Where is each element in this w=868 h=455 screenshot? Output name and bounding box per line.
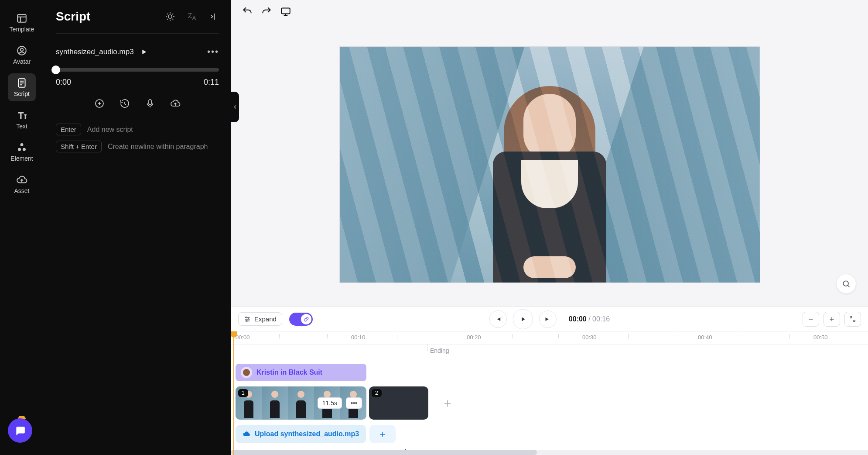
rail-item-text[interactable]: Text [8,106,36,134]
play-button[interactable] [513,309,533,329]
timeline-ruler[interactable]: 00:00 00:10 00:20 00:30 00:40 00:50 [231,331,868,345]
next-frame-button[interactable] [539,310,557,328]
audio-block: synthesized_audio.mp3 ••• 0:00 0:11 Ente… [56,47,219,152]
rail-label: Template [10,26,34,33]
timeline-controls: Expand 00:00 / 00:16 [231,307,868,331]
ai-icon[interactable] [165,11,175,22]
toggle-knob [301,314,311,324]
timeline-scrollbar[interactable] [231,450,868,455]
rail-item-template[interactable]: Template [8,9,36,37]
link-icon [303,316,309,322]
audio-time-total: 0:11 [204,78,219,87]
rail-label: Asset [14,187,29,194]
rail-label: Avatar [13,58,31,65]
scene-index-badge: 2 [372,389,382,397]
plus-icon [828,316,835,323]
scene-menu-button[interactable]: ••• [346,397,362,409]
ruler-minor [443,334,443,338]
history-icon[interactable] [120,98,130,109]
plus-circle-icon[interactable] [94,98,105,109]
collapse-right-icon[interactable] [208,11,219,22]
translate-icon[interactable] [187,11,197,22]
rail-label: Text [16,123,27,130]
timeline-body: 00:00 00:10 00:20 00:30 00:40 00:50 [231,331,868,455]
ruler-tick: 00:20 [467,334,481,341]
panel-header: Script [56,10,219,34]
add-scene-button[interactable]: ＋ [431,386,464,420]
rail-item-script[interactable]: Script [8,73,36,101]
collapse-arrows-icon [849,316,856,323]
kbd: Enter [56,124,81,135]
svg-point-14 [246,320,247,321]
left-rail: Template Avatar Script Text Element Asse… [0,0,44,455]
svg-rect-9 [149,100,151,105]
expand-label: Expand [254,315,277,323]
ruler-minor [674,334,674,338]
cloud-upload-icon[interactable] [170,98,181,109]
element-icon [16,142,27,153]
skip-prev-icon [495,316,502,323]
topbar [231,0,868,23]
prev-frame-button[interactable] [489,310,507,328]
svg-rect-10 [281,8,290,14]
rail-label: Element [10,155,33,162]
ruler-minor [558,334,559,338]
time-display: 00:00 / 00:16 [569,315,610,323]
audio-track-clip[interactable]: Upload synthesized_audio.mp3 [236,425,366,443]
add-audio-button[interactable]: ＋ [369,425,396,443]
zoom-fit-button[interactable] [837,274,856,293]
ruler-minor [279,334,280,338]
tracks: Ending Kristin in Black Suit 1 11.5s •••… [231,345,868,351]
svg-point-11 [843,281,848,286]
main-area: Expand 00:00 / 00:16 [231,0,868,455]
ending-label: Ending [430,347,449,354]
audio-filename: synthesized_audio.mp3 [56,48,134,56]
svg-point-12 [246,317,247,318]
svg-point-5 [18,148,21,151]
more-icon[interactable]: ••• [207,47,219,57]
canvas [231,23,868,307]
rail-item-avatar[interactable]: Avatar [8,41,36,69]
fit-timeline-button[interactable] [844,312,861,327]
play-icon[interactable] [140,48,148,56]
redo-icon[interactable] [261,6,272,17]
scene-clip-1[interactable]: 1 11.5s ••• [236,386,366,420]
scrollbar-thumb[interactable] [231,450,537,455]
sliders-icon [244,316,251,323]
scene-clip-2[interactable]: 2 [369,386,428,420]
timeline: Expand 00:00 / 00:16 [231,307,868,455]
audio-seek-slider[interactable] [56,68,219,72]
ruler-minor [513,334,513,338]
cloud-upload-icon [16,174,27,186]
avatar-figure [484,82,615,283]
zoom-out-button[interactable] [803,312,819,327]
template-icon [16,13,27,24]
svg-point-13 [248,318,249,320]
time-current: 00:00 [569,315,587,323]
zoom-in-button[interactable] [824,312,840,327]
scene-index-badge: 1 [238,389,248,397]
expand-button[interactable]: Expand [238,312,282,326]
scene-duration: 11.5s [318,397,342,409]
script-panel: Script synthesized_audio.mp3 ••• 0:00 0:… [44,0,231,455]
slider-thumb[interactable] [51,65,60,74]
avatar-track-clip[interactable]: Kristin in Black Suit [236,364,366,381]
text-icon [16,110,27,121]
rail-item-asset[interactable]: Asset [8,170,36,198]
play-icon [519,316,526,323]
link-toggle[interactable] [289,313,313,326]
hint-text: Create newline within paragraph [108,143,208,151]
chat-button[interactable] [8,418,32,443]
avatar-thumb [241,367,252,378]
video-preview[interactable] [339,46,760,283]
ruler-tick: 00:10 [351,334,366,341]
end-divider [427,345,428,351]
undo-icon[interactable] [242,6,253,17]
device-icon[interactable] [280,6,291,17]
hint-row: Enter Add new script [56,124,219,135]
ruler-tick: 00:30 [582,334,597,341]
kbd: Shift + Enter [56,141,102,152]
mic-icon[interactable] [145,98,155,109]
rail-item-element[interactable]: Element [8,138,36,166]
hint-row: Shift + Enter Create newline within para… [56,141,219,152]
